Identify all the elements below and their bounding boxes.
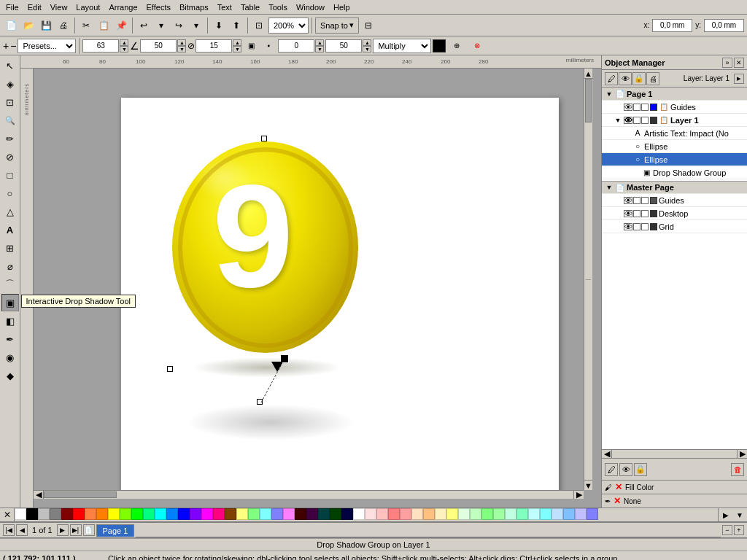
undo-button[interactable]: ↩ (136, 18, 152, 34)
master-guides-eye[interactable]: 👁 (624, 197, 632, 204)
palette-color-80c0ff[interactable] (563, 508, 575, 520)
menu-help[interactable]: Help (329, 1, 355, 13)
desktop-print[interactable] (641, 210, 649, 217)
palette-color-0080ff[interactable] (166, 508, 178, 520)
shadow-type-1[interactable]: ▣ (243, 38, 259, 54)
palette-color-004000[interactable] (330, 508, 341, 520)
om-icon-btn-3[interactable]: 🔒 (632, 72, 646, 85)
master-guides-print[interactable] (641, 197, 649, 204)
tool-fill[interactable]: ◆ (1, 367, 19, 384)
undo-arrow[interactable]: ▾ (153, 18, 169, 34)
spin-up-5[interactable]: ▲ (363, 39, 371, 46)
layer1-eye[interactable]: 👁 (624, 117, 632, 124)
palette-color-c0ffe0[interactable] (505, 508, 516, 520)
om-close-btn[interactable]: ✕ (734, 58, 744, 68)
blend-mode-select[interactable]: MultiplyNormalScreen (373, 39, 431, 53)
om-btn-3[interactable]: 🔒 (634, 463, 647, 476)
menu-table[interactable]: Table (236, 1, 264, 13)
open-button[interactable]: 📂 (20, 18, 36, 34)
drawing-canvas[interactable]: 9 (121, 98, 559, 499)
om-node-artistictext[interactable]: A Artistic Text: Impact (No (602, 127, 747, 140)
om-scrollbar[interactable]: ◀ ▶ (602, 449, 747, 458)
handle-bottom-left[interactable] (167, 366, 173, 372)
om-btn-2[interactable]: 👁 (619, 463, 632, 476)
grid-lock[interactable] (633, 223, 640, 230)
palette-color-ff8080[interactable] (388, 508, 400, 520)
om-node-masterpage[interactable]: ▼ 📄 Master Page (602, 181, 747, 194)
guides-lock[interactable] (633, 104, 640, 111)
tool-rect[interactable]: □ (1, 166, 19, 184)
om-node-grid[interactable]: 👁 Grid (602, 220, 747, 233)
palette-color-fff0c0[interactable] (435, 508, 446, 520)
menu-edit[interactable]: Edit (23, 1, 46, 13)
tool-shape[interactable]: ◈ (1, 75, 19, 93)
page-tab-1[interactable]: Page 1 (96, 524, 135, 537)
palette-color-004040[interactable] (318, 508, 330, 520)
om-scroll-left[interactable]: ◀ (602, 450, 612, 459)
om-options-btn[interactable]: ▸ (734, 74, 744, 84)
page-nav-last[interactable]: ▶| (70, 524, 82, 536)
spin-up-3[interactable]: ▲ (233, 39, 241, 46)
om-scroll-right[interactable]: ▶ (737, 450, 747, 459)
redo-arrow[interactable]: ▾ (188, 18, 204, 34)
tool-polygon[interactable]: △ (1, 203, 19, 220)
om-node-ellipse2[interactable]: ○ Ellipse (602, 153, 747, 166)
menu-view[interactable]: View (46, 1, 72, 13)
om-node-layer1[interactable]: ▼ 👁 📋 Layer 1 (602, 114, 747, 127)
palette-color-80ff80[interactable] (248, 508, 260, 520)
page-nav-first[interactable]: |◀ (3, 524, 15, 536)
yellow-ball[interactable]: 9 (172, 141, 362, 368)
spin-up-4[interactable]: ▲ (315, 39, 324, 46)
palette-color-ffffff[interactable] (353, 508, 365, 520)
page-nav-prev[interactable]: ◀ (16, 524, 28, 536)
layer1-print[interactable] (641, 117, 649, 124)
print-button[interactable]: 🖨 (55, 18, 71, 34)
scroll-thumb-right[interactable] (585, 79, 592, 122)
om-node-master-guides[interactable]: 👁 Guides (602, 194, 747, 207)
shadow-color-swatch[interactable] (433, 39, 446, 52)
scroll-thumb-bottom[interactable] (44, 491, 117, 498)
clear-effect-btn[interactable]: ⊗ (468, 38, 487, 54)
tool-eyedropper[interactable]: ✒ (1, 330, 19, 348)
palette-color-8080ff[interactable] (587, 508, 598, 520)
expand-artistictext[interactable] (622, 129, 631, 138)
palette-color-ff8000[interactable] (96, 508, 108, 520)
scroll-left-btn[interactable]: ◀ (34, 491, 44, 499)
page-zoom-in[interactable]: + (734, 525, 744, 535)
tool-ellipse[interactable]: ○ (1, 184, 19, 202)
expand-master-guides[interactable] (614, 196, 622, 205)
spin-up-1[interactable]: ▲ (120, 39, 128, 46)
palette-color-c0c0c0[interactable] (38, 508, 50, 520)
om-node-guides[interactable]: 👁 📋 Guides (602, 101, 747, 114)
palette-color-80ff80[interactable] (481, 508, 493, 520)
menu-window[interactable]: Window (292, 1, 329, 13)
shadow-field-2[interactable] (140, 39, 177, 52)
grid-print[interactable] (641, 223, 649, 230)
palette-color-a0ffa0[interactable] (493, 508, 505, 520)
handle-shadow-end[interactable] (257, 399, 263, 405)
spin-down-1[interactable]: ▼ (120, 46, 128, 52)
tool-dimension[interactable]: ⌀ (1, 257, 19, 275)
spin-down-4[interactable]: ▼ (315, 46, 324, 52)
palette-color-8080ff[interactable] (271, 508, 283, 520)
expand-dropshadow[interactable] (631, 168, 640, 177)
shadow-type-2[interactable]: ▪ (260, 38, 276, 54)
om-icon-btn-4[interactable]: 🖨 (646, 72, 659, 85)
page-add[interactable]: 📄 (83, 524, 95, 536)
palette-color-ff80ff[interactable] (283, 508, 295, 520)
tool-connector[interactable]: ⌒ (1, 276, 19, 293)
new-button[interactable]: 📄 (3, 18, 19, 34)
tool-transparency[interactable]: ◧ (1, 312, 19, 330)
tool-select[interactable]: ↖ (1, 57, 19, 74)
expand-page1[interactable]: ▼ (605, 90, 614, 98)
tool-crop[interactable]: ⊡ (1, 93, 19, 111)
om-btn-1[interactable]: 🖊 (605, 463, 618, 476)
palette-color-c0ffff[interactable] (528, 508, 540, 520)
menu-effects[interactable]: Effects (142, 1, 175, 13)
palette-color-80ffff[interactable] (260, 508, 271, 520)
expand-guides[interactable] (614, 103, 622, 112)
shadow-field-5[interactable] (325, 39, 362, 52)
palette-color-804000[interactable] (225, 508, 236, 520)
scroll-up-btn[interactable]: ▲ (584, 69, 592, 79)
page-nav-next[interactable]: ▶ (57, 524, 69, 536)
